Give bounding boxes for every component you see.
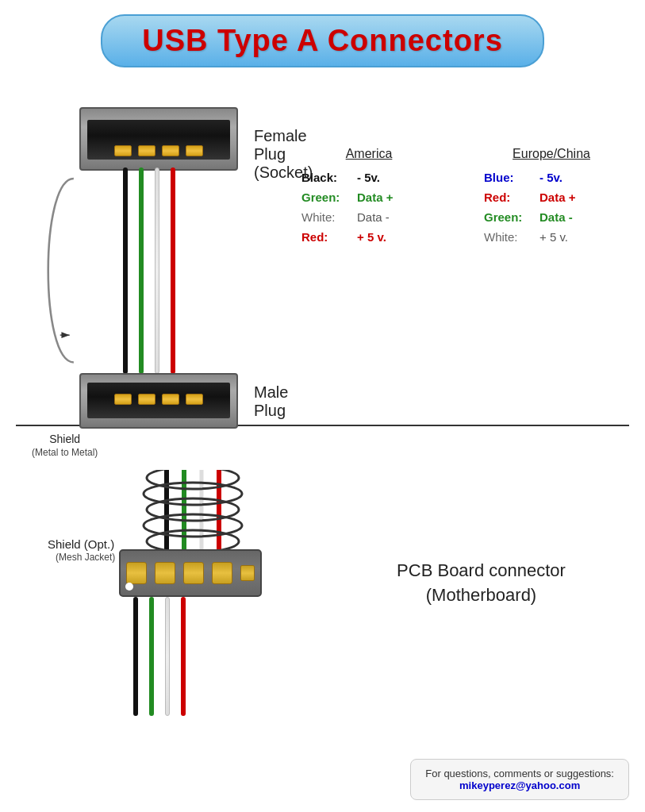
america-header: America <box>301 147 436 161</box>
connector-diagram: Female Plug (Socket) Male Plug Shield (M… <box>32 91 286 171</box>
europe-row-3: Green: Data - <box>484 210 619 224</box>
female-plug-contacts <box>95 145 222 156</box>
shield-arc-svg <box>40 155 87 393</box>
europe-value-4: + 5 v. <box>539 230 568 244</box>
pcb-title: PCB Board connector (Motherboard) <box>349 559 613 608</box>
wire-black <box>123 167 128 374</box>
america-column: America Black: - 5v. Green: Data + White… <box>301 147 436 250</box>
pcb-wire-white <box>165 597 170 716</box>
pcb-pin-1 <box>126 562 147 584</box>
pcb-white-dot <box>125 583 133 591</box>
pcb-wire-red <box>181 597 186 716</box>
wire-green <box>139 167 144 374</box>
america-label-3: White: <box>301 210 357 224</box>
america-row-1: Black: - 5v. <box>301 171 436 184</box>
america-label-2: Green: <box>301 190 357 204</box>
america-row-2: Green: Data + <box>301 190 436 204</box>
europe-row-4: White: + 5 v. <box>484 230 619 244</box>
female-label: Female Plug (Socket) <box>254 127 313 182</box>
america-row-4: Red: + 5 v. <box>301 230 436 244</box>
america-value-4: + 5 v. <box>357 230 386 244</box>
europe-value-1: - 5v. <box>539 171 562 184</box>
title-box: USB Type A Connectors <box>101 14 544 67</box>
pcb-info: PCB Board connector (Motherboard) <box>333 559 613 608</box>
bottom-section: Shield (Opt.) (Mesh Jacket) <box>0 434 645 732</box>
male-contact-4 <box>186 394 203 405</box>
america-row-3: White: Data - <box>301 210 436 224</box>
male-plug <box>79 373 238 429</box>
shield-opt-label: Shield (Opt.) (Mesh Jacket) <box>48 537 115 563</box>
europe-row-2: Red: Data + <box>484 190 619 204</box>
europe-column: Europe/China Blue: - 5v. Red: Data + Gre… <box>484 147 619 250</box>
america-value-1: - 5v. <box>357 171 380 184</box>
pcb-wire-black <box>133 597 138 716</box>
europe-label-3: Green: <box>484 210 539 224</box>
pcb-wires-down <box>119 597 309 716</box>
contact-4 <box>186 145 203 156</box>
america-label-4: Red: <box>301 230 357 244</box>
pcb-wire-green <box>149 597 154 716</box>
male-plug-interior <box>87 383 230 418</box>
female-plug-body <box>79 107 238 171</box>
wire-info: America Black: - 5v. Green: Data + White… <box>286 91 621 250</box>
coil-svg <box>119 466 266 553</box>
male-plug-body <box>79 373 238 429</box>
europe-label-1: Blue: <box>484 171 539 184</box>
europe-label-4: White: <box>484 230 539 244</box>
pcb-pin-3 <box>183 562 204 584</box>
title-container: USB Type A Connectors <box>0 14 645 67</box>
male-label: Male Plug <box>254 383 288 420</box>
wire-table-row: America Black: - 5v. Green: Data + White… <box>301 147 621 250</box>
male-contact-3 <box>162 394 179 405</box>
wire-red <box>171 167 175 374</box>
male-contact-2 <box>138 394 155 405</box>
pcb-diagram: Shield (Opt.) (Mesh Jacket) <box>32 450 309 716</box>
europe-value-3: Data - <box>539 210 573 224</box>
contact-1 <box>114 145 132 156</box>
female-plug-interior <box>87 120 230 160</box>
wires-container <box>86 167 213 374</box>
europe-value-2: Data + <box>539 190 575 204</box>
pcb-pin-2 <box>155 562 175 584</box>
footer-line2: mikeyperez@yahoo.com <box>425 779 614 791</box>
europe-label-2: Red: <box>484 190 539 204</box>
svg-rect-13 <box>119 466 266 470</box>
pcb-board <box>119 549 262 597</box>
male-contact-1 <box>114 394 132 405</box>
footer: For questions, comments or suggestions: … <box>410 759 629 800</box>
wire-white <box>155 167 159 374</box>
contact-2 <box>138 145 155 156</box>
america-value-2: Data + <box>357 190 393 204</box>
male-plug-contacts <box>95 394 222 405</box>
page-title: USB Type A Connectors <box>142 24 503 57</box>
top-section: Female Plug (Socket) Male Plug Shield (M… <box>0 75 645 417</box>
europe-header: Europe/China <box>484 147 619 161</box>
pcb-pin-4 <box>212 562 232 584</box>
europe-row-1: Blue: - 5v. <box>484 171 619 184</box>
america-value-3: Data - <box>357 210 390 224</box>
contact-3 <box>162 145 179 156</box>
pcb-pin-5 <box>240 565 255 581</box>
pcb-wrapper <box>119 466 309 716</box>
footer-line1: For questions, comments or suggestions: <box>425 768 614 779</box>
